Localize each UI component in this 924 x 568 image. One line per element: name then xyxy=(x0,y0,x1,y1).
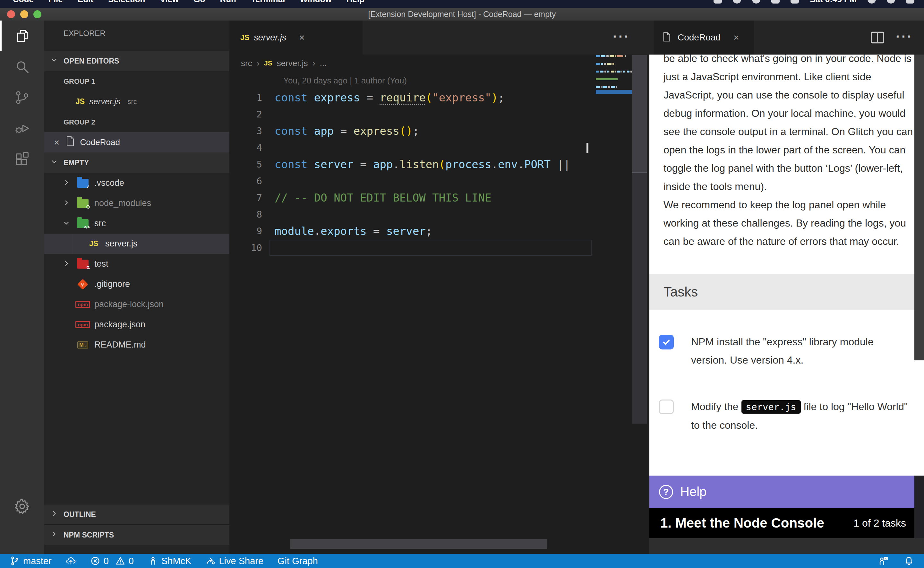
tree-item-serverjs[interactable]: JS server.js xyxy=(44,234,229,254)
breadcrumb[interactable]: src › JS server.js › ... xyxy=(229,54,650,72)
task-checkbox-unchecked[interactable] xyxy=(659,400,674,414)
tree-item-src[interactable]: </> src xyxy=(44,213,229,234)
open-editor-label: server.js xyxy=(89,97,120,107)
menu-item-file[interactable]: File xyxy=(48,0,63,5)
open-editor-item-serverjs[interactable]: JS server.js src xyxy=(44,91,229,112)
run-debug-icon[interactable] xyxy=(0,113,44,144)
problems-status[interactable]: 0 0 xyxy=(90,556,134,566)
menubar-status-icon[interactable] xyxy=(713,0,722,3)
split-editor-icon[interactable] xyxy=(870,30,885,47)
js-file-icon: JS xyxy=(76,97,85,106)
tree-item-gitignore[interactable]: ⑂ .gitignore xyxy=(44,274,229,294)
close-icon[interactable]: × xyxy=(299,32,305,43)
breadcrumb-symbol[interactable]: ... xyxy=(320,58,327,68)
breadcrumb-folder[interactable]: src xyxy=(241,58,252,68)
more-actions-icon[interactable]: ··· xyxy=(613,21,630,54)
status-bar: master 0 0 ShMcK Live Share Git Graph xyxy=(0,554,924,568)
task-checkbox-checked[interactable] xyxy=(659,335,674,349)
menubar-status-icon[interactable] xyxy=(733,0,741,3)
editor-scrollbar-thumb[interactable] xyxy=(632,55,647,173)
tab-label: CodeRoad xyxy=(678,32,721,43)
tasks-header: Tasks xyxy=(650,274,924,310)
menubar-clock[interactable]: Sat 6:45 PM xyxy=(810,0,857,5)
close-icon[interactable]: × xyxy=(54,137,60,148)
tree-item-node-modules[interactable]: ⬡ node_modules xyxy=(44,193,229,213)
minimap-line xyxy=(596,78,632,80)
tree-item-package-lock[interactable]: npm package-lock.json xyxy=(44,294,229,314)
menu-item-run[interactable]: Run xyxy=(220,0,236,5)
open-editors-header[interactable]: OPEN EDITORS xyxy=(44,51,229,71)
menu-item-help[interactable]: Help xyxy=(347,0,365,5)
menu-item-window[interactable]: Window xyxy=(300,0,332,5)
line-number: 4 xyxy=(229,142,262,153)
menubar-spotlight-icon[interactable] xyxy=(868,0,876,3)
tab-serverjs[interactable]: JS server.js × xyxy=(229,21,363,54)
coderoad-webview: be able to check what's going on in your… xyxy=(650,54,924,538)
chevron-down-icon xyxy=(50,157,59,168)
explorer-icon[interactable] xyxy=(0,21,44,51)
code-line[interactable]: 7// -- DO NOT EDIT BELOW THIS LINE xyxy=(229,189,650,206)
menu-item-terminal[interactable]: Terminal xyxy=(251,0,285,5)
menubar-status-icon[interactable] xyxy=(752,0,760,3)
js-file-icon: JS xyxy=(87,239,100,249)
workspace-folder-header[interactable]: EMPTY xyxy=(44,153,229,173)
settings-gear-icon[interactable] xyxy=(0,491,44,522)
git-branch-status[interactable]: master xyxy=(10,556,52,566)
menu-item-selection[interactable]: Selection xyxy=(108,0,145,5)
code-text: // -- DO NOT EDIT BELOW THIS LINE xyxy=(274,191,491,204)
code-line[interactable]: 9module.exports = server; xyxy=(229,223,650,239)
task-text: NPM install the "express" library module… xyxy=(691,333,908,369)
menu-item-code[interactable]: Code xyxy=(13,0,34,5)
liveshare-account-status[interactable]: ShMcK xyxy=(148,556,191,566)
tree-item-vscode[interactable]: ✓ .vscode xyxy=(44,173,229,193)
minimap-line xyxy=(596,55,632,57)
window-title-bar[interactable]: [Extension Development Host] - CodeRoad … xyxy=(0,8,924,21)
lesson-paragraph: We recommend to keep the log panel open … xyxy=(663,196,915,251)
code-line[interactable]: 3const app = express(); xyxy=(229,122,650,139)
help-bar[interactable]: ? Help xyxy=(650,476,924,508)
more-actions-icon[interactable]: ··· xyxy=(896,21,913,54)
code-text: module.exports = server; xyxy=(274,225,432,237)
menu-item-edit[interactable]: Edit xyxy=(78,0,93,5)
minimap[interactable] xyxy=(596,55,632,94)
menu-item-go[interactable]: Go xyxy=(193,0,205,5)
liveshare-button[interactable]: Live Share xyxy=(205,556,264,566)
menubar-status-icon[interactable] xyxy=(771,0,779,3)
open-editor-item-coderoad[interactable]: × CodeRoad xyxy=(44,132,229,153)
source-control-icon[interactable] xyxy=(0,82,44,113)
notifications-bell-icon[interactable] xyxy=(903,556,914,566)
horizontal-scrollbar-thumb[interactable] xyxy=(290,539,547,549)
code-line[interactable]: 2 xyxy=(229,106,650,122)
code-line[interactable]: 5const server = app.listen(process.env.P… xyxy=(229,156,650,173)
file-icon xyxy=(65,136,75,149)
code-line[interactable]: 8 xyxy=(229,206,650,223)
panel-tab-bar: CodeRoad × ··· xyxy=(650,21,924,54)
gitlens-blame-annotation: You, 20 days ago | 1 author (You) xyxy=(283,72,407,89)
menu-item-view[interactable]: View xyxy=(160,0,179,5)
extensions-icon[interactable] xyxy=(0,144,44,175)
tree-item-readme[interactable]: M↓ README.md xyxy=(44,335,229,355)
task-text: Modify the server.js file to log "Hello … xyxy=(691,397,908,435)
npm-scripts-section-header[interactable]: NPM SCRIPTS xyxy=(44,524,229,545)
minimap-line xyxy=(596,86,632,88)
close-icon[interactable]: × xyxy=(733,32,739,43)
sync-status[interactable] xyxy=(66,556,76,566)
menubar-control-center-icon[interactable] xyxy=(906,0,914,3)
menubar-siri-icon[interactable] xyxy=(887,0,895,3)
lesson-progress-bar[interactable]: 1. Meet the Node Console 1 of 2 tasks xyxy=(650,508,924,538)
node-modules-folder-icon: ⬡ xyxy=(76,198,89,209)
outline-section-header[interactable]: OUTLINE xyxy=(44,504,229,524)
code-line[interactable]: 1const express = require("express"); xyxy=(229,89,650,106)
code-line[interactable]: 6 xyxy=(229,173,650,189)
code-line[interactable]: 10 xyxy=(229,239,650,256)
tree-item-package-json[interactable]: npm package.json xyxy=(44,314,229,335)
feedback-person-icon[interactable] xyxy=(878,556,889,566)
editor-scrollbar[interactable] xyxy=(632,55,647,424)
search-icon[interactable] xyxy=(0,51,44,82)
tree-item-test[interactable]: ⚗ test xyxy=(44,254,229,274)
tab-coderoad[interactable]: CodeRoad × xyxy=(654,21,754,54)
git-graph-button[interactable]: Git Graph xyxy=(277,556,318,566)
menubar-battery-icon[interactable] xyxy=(791,0,799,3)
webview-scrollbar-thumb[interactable] xyxy=(914,54,924,360)
breadcrumb-file[interactable]: server.js xyxy=(277,58,308,68)
